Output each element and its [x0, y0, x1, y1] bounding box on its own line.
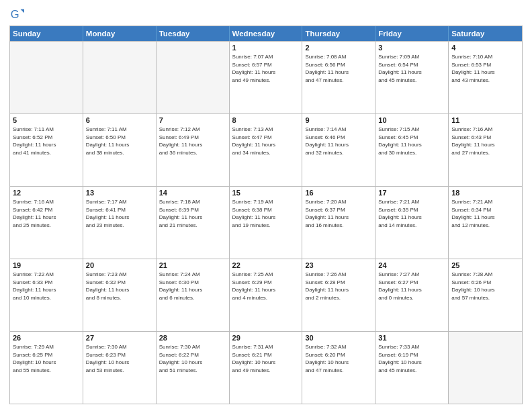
day-info: Sunrise: 7:26 AM Sunset: 6:28 PM Dayligh…	[305, 271, 372, 302]
calendar-row: 12Sunrise: 7:16 AM Sunset: 6:42 PM Dayli…	[10, 186, 522, 259]
calendar-cell: 7Sunrise: 7:12 AM Sunset: 6:49 PM Daylig…	[157, 114, 230, 186]
calendar-cell	[157, 42, 230, 113]
calendar-cell: 1Sunrise: 7:07 AM Sunset: 6:57 PM Daylig…	[230, 42, 303, 113]
day-number: 29	[232, 334, 300, 342]
calendar-cell	[10, 42, 83, 113]
calendar-cell: 26Sunrise: 7:29 AM Sunset: 6:25 PM Dayli…	[10, 332, 83, 404]
calendar-cell: 16Sunrise: 7:20 AM Sunset: 6:37 PM Dayli…	[302, 187, 375, 259]
day-number: 19	[13, 261, 80, 269]
day-info: Sunrise: 7:22 AM Sunset: 6:33 PM Dayligh…	[13, 271, 80, 302]
cal-header-cell: Friday	[375, 26, 449, 41]
day-number: 25	[451, 261, 519, 269]
day-number: 16	[305, 189, 372, 197]
day-info: Sunrise: 7:11 AM Sunset: 6:52 PM Dayligh…	[13, 126, 80, 156]
day-number: 5	[13, 116, 80, 124]
day-info: Sunrise: 7:17 AM Sunset: 6:41 PM Dayligh…	[86, 198, 153, 229]
day-number: 24	[378, 261, 445, 269]
logo: G	[9, 7, 27, 21]
day-info: Sunrise: 7:32 AM Sunset: 6:20 PM Dayligh…	[305, 343, 372, 374]
day-info: Sunrise: 7:30 AM Sunset: 6:22 PM Dayligh…	[159, 343, 226, 374]
day-info: Sunrise: 7:11 AM Sunset: 6:50 PM Dayligh…	[86, 126, 153, 156]
day-info: Sunrise: 7:09 AM Sunset: 6:54 PM Dayligh…	[378, 53, 445, 84]
cal-header-cell: Tuesday	[157, 26, 230, 41]
calendar-cell: 5Sunrise: 7:11 AM Sunset: 6:52 PM Daylig…	[10, 114, 83, 186]
day-number: 13	[86, 189, 153, 197]
calendar-cell: 28Sunrise: 7:30 AM Sunset: 6:22 PM Dayli…	[157, 332, 230, 404]
calendar-cell: 13Sunrise: 7:17 AM Sunset: 6:41 PM Dayli…	[83, 187, 157, 259]
calendar-body: 1Sunrise: 7:07 AM Sunset: 6:57 PM Daylig…	[10, 41, 522, 404]
calendar-cell: 15Sunrise: 7:19 AM Sunset: 6:38 PM Dayli…	[230, 187, 303, 259]
calendar-cell: 2Sunrise: 7:08 AM Sunset: 6:56 PM Daylig…	[302, 42, 375, 113]
day-number: 17	[378, 189, 445, 197]
calendar-cell: 25Sunrise: 7:28 AM Sunset: 6:26 PM Dayli…	[449, 259, 522, 331]
calendar-cell: 11Sunrise: 7:16 AM Sunset: 6:43 PM Dayli…	[449, 114, 522, 186]
day-info: Sunrise: 7:30 AM Sunset: 6:23 PM Dayligh…	[86, 343, 153, 374]
day-number: 27	[86, 334, 153, 342]
calendar-cell: 22Sunrise: 7:25 AM Sunset: 6:29 PM Dayli…	[230, 259, 303, 331]
day-number: 3	[378, 44, 445, 52]
day-info: Sunrise: 7:28 AM Sunset: 6:26 PM Dayligh…	[451, 271, 519, 302]
calendar-cell: 24Sunrise: 7:27 AM Sunset: 6:27 PM Dayli…	[375, 259, 449, 331]
day-info: Sunrise: 7:21 AM Sunset: 6:35 PM Dayligh…	[378, 198, 445, 229]
day-number: 22	[232, 261, 300, 269]
cal-header-cell: Monday	[83, 26, 157, 41]
day-number: 20	[86, 261, 153, 269]
calendar-cell: 4Sunrise: 7:10 AM Sunset: 6:53 PM Daylig…	[449, 42, 522, 113]
day-number: 15	[232, 189, 300, 197]
calendar-cell: 9Sunrise: 7:14 AM Sunset: 6:46 PM Daylig…	[302, 114, 375, 186]
day-info: Sunrise: 7:12 AM Sunset: 6:49 PM Dayligh…	[159, 126, 226, 156]
calendar-cell: 8Sunrise: 7:13 AM Sunset: 6:47 PM Daylig…	[230, 114, 303, 186]
day-number: 14	[159, 189, 226, 197]
calendar-cell: 29Sunrise: 7:31 AM Sunset: 6:21 PM Dayli…	[230, 332, 303, 404]
calendar-row: 5Sunrise: 7:11 AM Sunset: 6:52 PM Daylig…	[10, 113, 522, 186]
calendar-cell: 21Sunrise: 7:24 AM Sunset: 6:30 PM Dayli…	[157, 259, 230, 331]
calendar-cell	[449, 332, 522, 404]
calendar-header-row: SundayMondayTuesdayWednesdayThursdayFrid…	[10, 26, 522, 41]
day-info: Sunrise: 7:21 AM Sunset: 6:34 PM Dayligh…	[451, 198, 519, 229]
cal-header-cell: Sunday	[10, 26, 83, 41]
day-info: Sunrise: 7:15 AM Sunset: 6:45 PM Dayligh…	[378, 126, 445, 156]
logo-icon: G	[9, 7, 24, 21]
day-info: Sunrise: 7:29 AM Sunset: 6:25 PM Dayligh…	[13, 343, 80, 374]
day-number: 1	[232, 44, 300, 52]
calendar-cell: 30Sunrise: 7:32 AM Sunset: 6:20 PM Dayli…	[302, 332, 375, 404]
day-info: Sunrise: 7:08 AM Sunset: 6:56 PM Dayligh…	[305, 53, 372, 84]
svg-marker-1	[21, 9, 25, 13]
day-number: 12	[13, 189, 80, 197]
day-number: 10	[378, 116, 445, 124]
day-info: Sunrise: 7:27 AM Sunset: 6:27 PM Dayligh…	[378, 271, 445, 302]
calendar-row: 1Sunrise: 7:07 AM Sunset: 6:57 PM Daylig…	[10, 41, 522, 113]
day-number: 6	[86, 116, 153, 124]
day-info: Sunrise: 7:23 AM Sunset: 6:32 PM Dayligh…	[86, 271, 153, 302]
day-number: 2	[305, 44, 372, 52]
day-info: Sunrise: 7:31 AM Sunset: 6:21 PM Dayligh…	[232, 343, 300, 374]
calendar-cell: 31Sunrise: 7:33 AM Sunset: 6:19 PM Dayli…	[375, 332, 449, 404]
page: G SundayMondayTuesdayWednesdayThursdayFr…	[0, 0, 532, 411]
day-number: 26	[13, 334, 80, 342]
calendar-cell: 20Sunrise: 7:23 AM Sunset: 6:32 PM Dayli…	[83, 259, 157, 331]
day-info: Sunrise: 7:20 AM Sunset: 6:37 PM Dayligh…	[305, 198, 372, 229]
day-number: 21	[159, 261, 226, 269]
calendar: SundayMondayTuesdayWednesdayThursdayFrid…	[9, 26, 523, 404]
day-info: Sunrise: 7:25 AM Sunset: 6:29 PM Dayligh…	[232, 271, 300, 302]
calendar-cell: 10Sunrise: 7:15 AM Sunset: 6:45 PM Dayli…	[375, 114, 449, 186]
day-info: Sunrise: 7:19 AM Sunset: 6:38 PM Dayligh…	[232, 198, 300, 229]
calendar-cell: 14Sunrise: 7:18 AM Sunset: 6:39 PM Dayli…	[157, 187, 230, 259]
day-number: 30	[305, 334, 372, 342]
day-info: Sunrise: 7:18 AM Sunset: 6:39 PM Dayligh…	[159, 198, 226, 229]
day-number: 23	[305, 261, 372, 269]
day-info: Sunrise: 7:16 AM Sunset: 6:43 PM Dayligh…	[451, 126, 519, 156]
calendar-cell: 12Sunrise: 7:16 AM Sunset: 6:42 PM Dayli…	[10, 187, 83, 259]
day-number: 18	[451, 189, 519, 197]
calendar-cell	[83, 42, 157, 113]
day-number: 11	[451, 116, 519, 124]
day-number: 4	[451, 44, 519, 52]
calendar-row: 19Sunrise: 7:22 AM Sunset: 6:33 PM Dayli…	[10, 259, 522, 331]
day-info: Sunrise: 7:13 AM Sunset: 6:47 PM Dayligh…	[232, 126, 300, 156]
calendar-cell: 27Sunrise: 7:30 AM Sunset: 6:23 PM Dayli…	[83, 332, 157, 404]
calendar-cell: 17Sunrise: 7:21 AM Sunset: 6:35 PM Dayli…	[375, 187, 449, 259]
cal-header-cell: Saturday	[449, 26, 522, 41]
calendar-cell: 6Sunrise: 7:11 AM Sunset: 6:50 PM Daylig…	[83, 114, 157, 186]
day-info: Sunrise: 7:16 AM Sunset: 6:42 PM Dayligh…	[13, 198, 80, 229]
calendar-row: 26Sunrise: 7:29 AM Sunset: 6:25 PM Dayli…	[10, 331, 522, 404]
